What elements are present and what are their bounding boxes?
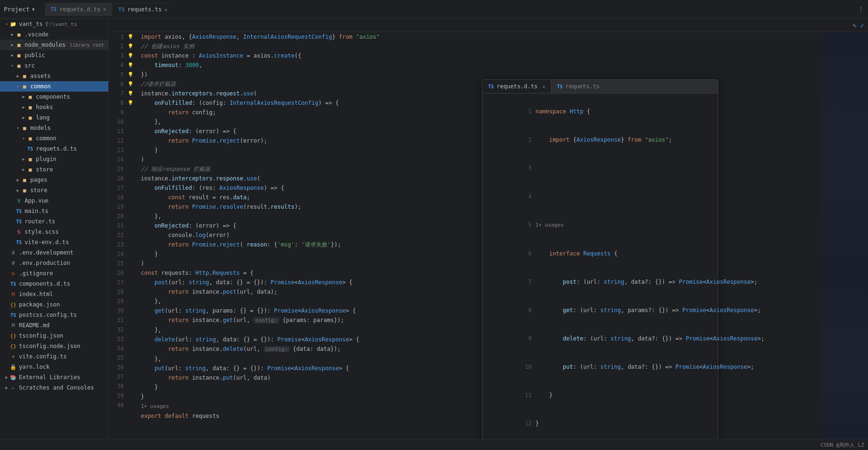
arrow-icon: ▶	[9, 42, 15, 48]
sidebar-item-components-d-ts[interactable]: TS components.d.ts	[0, 279, 108, 289]
sidebar-item-gitignore[interactable]: ⊙ .gitignore	[0, 268, 108, 279]
popup-code: 1namespace Http { 2 import {AxiosRespons…	[482, 93, 718, 440]
arrow-icon: ▾	[21, 136, 26, 141]
env-file-icon: #	[9, 249, 17, 256]
sidebar-item-store[interactable]: ▶ ■ store	[0, 164, 108, 175]
item-label: requets.d.ts	[36, 145, 77, 152]
tab-close-icon[interactable]: ✕	[103, 7, 106, 12]
folder-icon: ■	[15, 41, 23, 49]
sidebar-item-main-ts[interactable]: TS main.ts	[0, 206, 108, 216]
tab-label: requets.ts	[566, 83, 600, 90]
sidebar-item-external-libraries[interactable]: ▶ 📚 External Libraries	[0, 372, 108, 382]
arrow-icon: ▾	[15, 125, 21, 131]
folder-icon: ■	[21, 72, 28, 80]
popup-line-5: 51+ usages	[488, 211, 712, 239]
minimap	[821, 32, 868, 440]
line-numbers: 1 2 3 4 5 6 7 8 9 10 11 12 13 14 15 16 1	[109, 32, 128, 440]
vite-file-icon: ⚡	[9, 353, 17, 360]
checkmark-icon[interactable]: ✓	[860, 22, 864, 29]
popup-tab-requets-ts[interactable]: TS requets.ts	[551, 80, 605, 93]
sidebar-item-tsconfig[interactable]: {} tsconfig.json	[0, 331, 108, 341]
ts-file-icon: TS	[9, 280, 17, 288]
tab-requets-ts[interactable]: TS requets.ts ✕	[113, 3, 173, 16]
item-label: .gitignore	[19, 270, 53, 277]
more-options-icon[interactable]: ⋮	[858, 6, 864, 13]
sidebar-item-store2[interactable]: ▶ ■ store	[0, 185, 108, 195]
tab-label: requets.d.ts	[497, 83, 538, 90]
sidebar-item-public[interactable]: ▶ ■ public	[0, 50, 108, 60]
popup-line-3: 3	[488, 154, 712, 182]
tab-close-icon[interactable]: ✕	[164, 7, 167, 12]
folder-icon: ■	[15, 31, 23, 38]
sidebar-item-hooks[interactable]: ▶ ■ hooks	[0, 102, 108, 112]
sidebar-item-components[interactable]: ▶ ■ components	[0, 92, 108, 102]
folder-icon: ■	[21, 187, 28, 194]
code-line-2: // 创建axios 实例	[141, 42, 817, 51]
folder-icon: ■	[21, 83, 28, 90]
sidebar-item-vite-config[interactable]: ⚡ vite.config.ts	[0, 351, 108, 362]
sidebar-item-index-html[interactable]: H index.html	[0, 289, 108, 299]
sidebar-item-readme[interactable]: M README.md	[0, 320, 108, 331]
item-label: router.ts	[25, 218, 55, 225]
ts-icon: TS	[51, 6, 57, 12]
sidebar-item-env-prod[interactable]: # .env.production	[0, 258, 108, 268]
item-label: yarn.lock	[19, 364, 50, 370]
code-line-5: })	[141, 70, 817, 79]
folder-icon: ■	[15, 62, 23, 69]
sidebar-item-lang[interactable]: ▶ ■ lang	[0, 112, 108, 123]
md-file-icon: M	[9, 322, 17, 329]
sidebar-item-postcss[interactable]: TS postcss.config.ts	[0, 310, 108, 320]
tab-close-icon[interactable]: ✕	[542, 84, 545, 89]
sidebar-item-vite-env[interactable]: TS vite-env.d.ts	[0, 237, 108, 247]
sidebar-item-requets-d-ts[interactable]: TS requets.d.ts	[0, 144, 108, 154]
arrow-icon: ▶	[4, 374, 9, 380]
tab-label: requets.ts	[128, 6, 162, 13]
popup-tab-requets-d-ts[interactable]: TS requets.d.ts ✕	[482, 80, 551, 93]
sidebar-item-pages[interactable]: ▶ ■ pages	[0, 175, 108, 185]
sidebar-item-plugin[interactable]: ▶ ■ plugin	[0, 154, 108, 164]
ts-file-icon: TS	[15, 238, 23, 246]
main-layout: ▾ 📁 vant_ts E:\vant_ts ▶ ■ .vscode ▶ ■ n…	[0, 19, 868, 440]
html-file-icon: H	[9, 290, 17, 298]
sidebar-item-src[interactable]: ▾ ■ src	[0, 60, 108, 71]
tab-label: requets.d.ts	[60, 6, 101, 13]
sidebar-item-router-ts[interactable]: TS router.ts	[0, 216, 108, 227]
item-label: Scratches and Consoles	[19, 384, 94, 391]
sidebar-item-common2[interactable]: ▾ ■ common	[0, 133, 108, 144]
ts-file-icon: TS	[26, 145, 34, 153]
item-label: .env.production	[19, 260, 70, 266]
sidebar-item-vscode[interactable]: ▶ ■ .vscode	[0, 29, 108, 40]
item-label: External Libraries	[19, 374, 80, 381]
popup-line-6: 6 interface Requests {	[488, 239, 712, 268]
sidebar-item-style-scss[interactable]: S style.scss	[0, 227, 108, 237]
tab-requets-d-ts[interactable]: TS requets.d.ts ✕	[45, 3, 112, 16]
sidebar-item-vant-ts[interactable]: ▾ 📁 vant_ts E:\vant_ts	[0, 19, 108, 29]
item-label: common	[30, 83, 51, 90]
sidebar-item-common[interactable]: ▾ ■ common	[0, 81, 108, 92]
titlebar-actions: ⋮	[858, 6, 864, 13]
project-dropdown[interactable]: Project ▾	[4, 6, 35, 13]
folder-icon: ■	[21, 176, 28, 184]
arrow-icon: ▶	[9, 32, 15, 37]
sidebar-item-tsconfig-node[interactable]: {} tsconfig.node.json	[0, 341, 108, 351]
sidebar-item-yarn-lock[interactable]: 🔒 yarn.lock	[0, 362, 108, 372]
item-label: tsconfig.node.json	[19, 343, 80, 349]
folder-icon: 📁	[9, 20, 17, 28]
code-line-3: const instance : AxiosInstance = axios.c…	[141, 51, 817, 60]
item-label: README.md	[19, 322, 50, 329]
item-label: vite-env.d.ts	[25, 239, 69, 246]
sidebar-item-models[interactable]: ▾ ■ models	[0, 123, 108, 133]
sidebar-item-node-modules[interactable]: ▶ ■ node_modules library root	[0, 40, 108, 50]
sidebar-item-package-json[interactable]: {} package.json	[0, 299, 108, 310]
sidebar-item-scratches[interactable]: ▶ ✏ Scratches and Consoles	[0, 382, 108, 393]
folder-icon: ■	[26, 135, 34, 142]
sidebar-item-app-vue[interactable]: V App.vue	[0, 195, 108, 206]
item-label: vite.config.ts	[19, 353, 67, 360]
sidebar-item-env-dev[interactable]: # .env.development	[0, 247, 108, 258]
sidebar-item-assets[interactable]: ▶ ■ assets	[0, 71, 108, 81]
editor-tabs: TS requets.d.ts ✕ TS requets.ts ✕	[45, 3, 858, 16]
pen-icon[interactable]: ✎	[852, 22, 856, 29]
folder-icon: ■	[26, 93, 34, 101]
popup-line-10: 10 put: (url: string, data?: {}) => Prom…	[488, 353, 712, 381]
ts-file-icon: TS	[9, 311, 17, 319]
